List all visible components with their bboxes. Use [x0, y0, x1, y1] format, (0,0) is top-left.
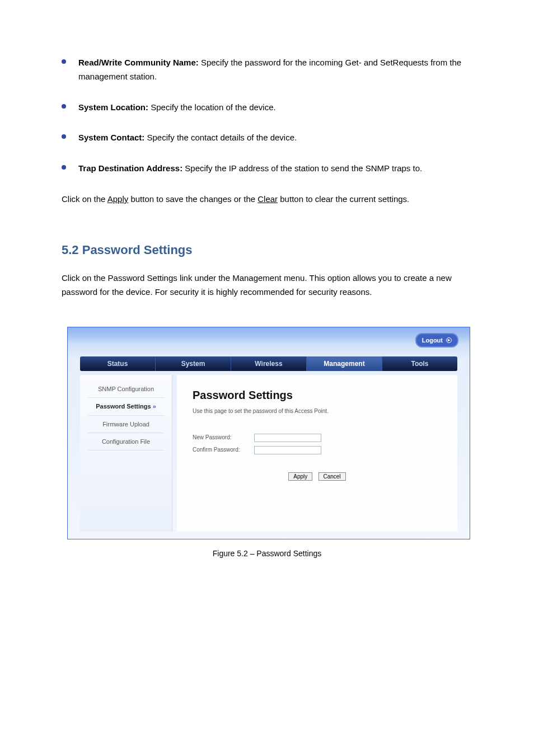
bullet-list: Read/Write Community Name: Specify the p… [62, 56, 472, 176]
form-row-new-password: New Password: [193, 433, 442, 443]
section-title: Password Settings [79, 243, 193, 257]
confirm-password-input[interactable] [254, 446, 321, 454]
bullet-text: Specify the IP address of the station to… [182, 163, 422, 173]
bullet-icon [62, 134, 66, 139]
bullet-icon [62, 165, 66, 170]
apply-button[interactable]: Apply [288, 472, 312, 481]
text: Click on the [62, 194, 107, 204]
management-sidebar: SNMP Configuration Password Settings Fir… [80, 375, 172, 532]
tab-system[interactable]: System [156, 356, 231, 371]
bullet-item-read-write-community: Read/Write Community Name: Specify the p… [62, 56, 472, 84]
tab-wireless[interactable]: Wireless [231, 356, 307, 371]
new-password-input[interactable] [254, 434, 321, 442]
panel-title: Password Settings [193, 386, 442, 405]
tab-management[interactable]: Management [307, 356, 382, 371]
section-heading-password-settings: 5.2 Password Settings [62, 240, 472, 260]
figure-caption: Figure 5.2 – Password Settings [62, 547, 472, 560]
text: button to clear the current settings. [278, 194, 409, 204]
panel-button-row: Apply Cancel [193, 469, 442, 483]
tab-status[interactable]: Status [80, 356, 156, 371]
section-body: Click on the Password Settings link unde… [62, 271, 472, 299]
sidebar-item-configuration-file[interactable]: Configuration File [88, 433, 164, 450]
router-admin-screenshot: Logout ▸ Status System Wireless Manageme… [67, 327, 470, 539]
section-number: 5.2 [62, 243, 79, 257]
text: button to save the changes or the [128, 194, 257, 204]
logout-label: Logout [422, 335, 443, 345]
confirm-password-label: Confirm Password: [193, 445, 254, 455]
main-nav-tabs: Status System Wireless Management Tools [80, 356, 457, 371]
logout-button[interactable]: Logout ▸ [415, 333, 458, 348]
apply-link-text: Apply [107, 194, 129, 204]
tab-tools[interactable]: Tools [382, 356, 457, 371]
arrow-right-icon: ▸ [446, 337, 452, 343]
cancel-button[interactable]: Cancel [318, 472, 346, 481]
bullet-item-system-contact: System Contact: Specify the contact deta… [62, 131, 472, 145]
bullet-label: Trap Destination Address: [78, 163, 182, 173]
content-panel: Password Settings Use this page to set t… [177, 375, 457, 532]
bullet-label: System Contact: [78, 133, 144, 142]
bullet-label: Read/Write Community Name: [78, 58, 199, 67]
new-password-label: New Password: [193, 433, 254, 443]
bullet-icon [62, 104, 66, 109]
bullet-icon [62, 59, 66, 64]
sidebar-item-password-settings[interactable]: Password Settings [88, 398, 164, 415]
bullet-item-system-location: System Location: Specify the location of… [62, 101, 472, 115]
apply-clear-paragraph: Click on the Apply button to save the ch… [62, 192, 472, 206]
bullet-text: Specify the contact details of the devic… [144, 133, 297, 142]
sidebar-item-firmware-upload[interactable]: Firmware Upload [88, 416, 164, 433]
panel-description: Use this page to set the password of thi… [193, 407, 442, 416]
form-row-confirm-password: Confirm Password: [193, 445, 442, 455]
bullet-item-trap-destination: Trap Destination Address: Specify the IP… [62, 162, 472, 176]
clear-link-text: Clear [257, 194, 278, 204]
bullet-text: Specify the location of the device. [148, 102, 276, 112]
bullet-label: System Location: [78, 102, 148, 112]
sidebar-item-snmp-configuration[interactable]: SNMP Configuration [88, 381, 164, 398]
